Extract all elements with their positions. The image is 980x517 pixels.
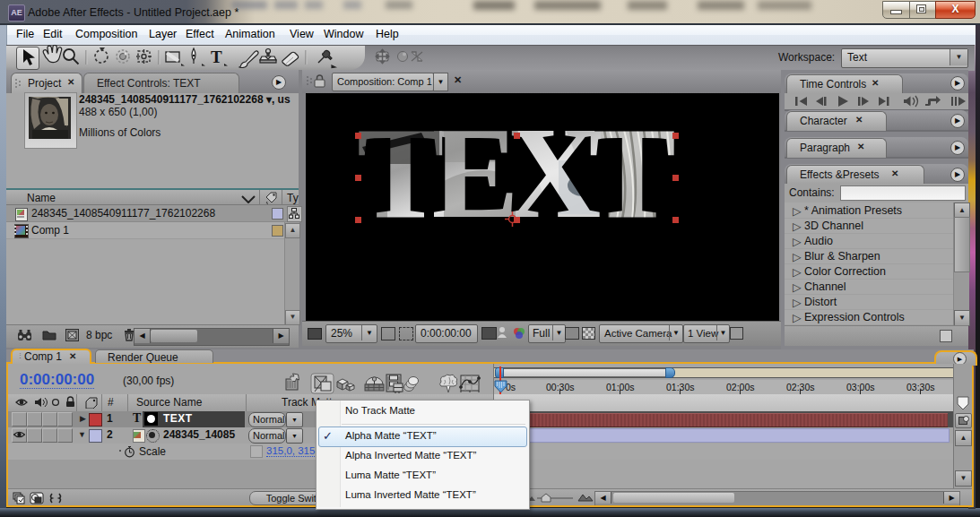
svg-text:T: T bbox=[211, 47, 222, 66]
